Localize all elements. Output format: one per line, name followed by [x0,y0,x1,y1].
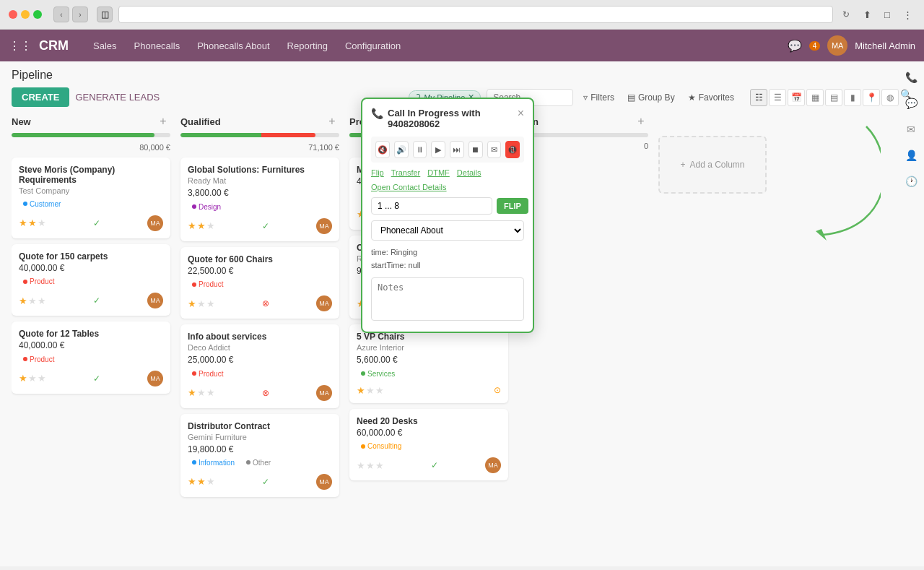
stars[interactable]: ★ ★ ★ [188,476,215,487]
nav-configuration[interactable]: Configuration [338,36,408,56]
address-bar[interactable] [118,6,833,23]
card-quote-12tables[interactable]: Quote for 12 Tables 40,000.00 € Product … [12,321,170,394]
card-subtitle: Deco Addict [188,343,332,352]
apps-grid-icon[interactable]: ⋮⋮ [9,39,32,53]
minimize-window-btn[interactable] [21,10,30,19]
column-new-add-btn[interactable]: + [156,114,170,129]
nav-sales[interactable]: Sales [86,36,124,56]
column-qualified-add-btn[interactable]: + [325,114,339,129]
stars[interactable]: ★ ★ ★ [19,295,46,306]
open-contact-link[interactable]: Open Contact Details [371,183,524,191]
tag-label: Product [199,370,223,378]
notification-badge[interactable]: 4 [809,41,821,51]
user-avatar[interactable]: MA [827,35,847,56]
tag-dot [192,371,196,376]
share-btn[interactable]: ⬆ [859,7,875,22]
phonecall-about-select[interactable]: Phonecall About [371,220,524,241]
flip-input[interactable] [371,197,492,215]
sidebar-user-icon[interactable]: 👤 [901,145,921,165]
card-global-solutions[interactable]: Global Solutions: Furnitures Ready Mat 3… [180,157,339,241]
close-window-btn[interactable] [9,10,17,19]
check-icon: ✓ [93,373,100,384]
fullscreen-window-btn[interactable] [33,10,42,19]
stars[interactable]: ★ ★ ★ [19,373,46,384]
star-3: ★ [206,476,215,487]
groupby-button[interactable]: ▤ Group By [623,90,679,105]
pause-btn[interactable]: ⏸ [413,141,427,158]
voicemail-btn[interactable]: ✉ [487,141,502,158]
card-footer: ★ ★ ★ ⊙ [357,385,501,396]
create-button[interactable]: CREATE [12,87,69,107]
card-subtitle: Azure Interior [357,343,501,352]
list-view-btn[interactable]: ☰ [769,89,786,106]
forward-btn[interactable]: › [72,7,88,22]
star-2: ★ [197,220,206,231]
card-quote-600[interactable]: Quote for 600 Chairs 22,500.00 € Product… [180,247,339,319]
flip-button[interactable]: FLIP [497,198,528,214]
nav-phonecalls-about[interactable]: Phonecalls About [190,36,276,56]
chat-icon[interactable]: 💬 [788,39,802,53]
content-area: Pipeline CREATE GENERATE LEADS ⚳ My Pipe… [0,61,924,566]
forward-btn[interactable]: ⏭ [450,141,464,158]
card-info-services[interactable]: Info about services Deco Addict 25,000.0… [180,324,339,408]
mute-btn[interactable]: 🔇 [375,141,390,158]
sidebar-toggle-btn[interactable]: □ [879,7,895,22]
card-5vp-chairs[interactable]: 5 VP Chairs Azure Interior 5,600.00 € Se… [349,324,508,403]
sidebar-phone-icon[interactable]: 📞 [901,67,921,87]
modal-close-btn[interactable]: × [518,108,524,119]
extensions-btn[interactable]: ⋮ [899,7,915,22]
stars[interactable]: ★ ★ ★ [188,298,215,309]
kanban-view-btn[interactable]: ☷ [750,89,767,106]
nav-phonecalls[interactable]: Phonecalls [127,36,188,56]
column-won-add-btn[interactable]: + [634,114,648,129]
stars[interactable]: ★ ★ ★ [357,460,384,471]
star-1: ★ [188,220,196,231]
graph-view-btn[interactable]: ▤ [825,89,842,106]
reload-btn[interactable]: ↻ [839,7,853,22]
filters-button[interactable]: ▿ Filters [579,90,619,105]
activity-view-btn[interactable]: ◍ [881,89,899,106]
card-steve-moris[interactable]: Steve Moris (Company) Requirements Test … [12,157,170,238]
add-column-button[interactable]: + Add a Column [658,136,767,194]
play-btn[interactable]: ▶ [431,141,445,158]
transfer-tab[interactable]: Transfer [391,168,421,177]
stars[interactable]: ★ ★ ★ [357,385,384,396]
tag-label: Product [199,280,223,288]
card-amount: 40,000.00 € [19,263,163,273]
card-quote-150[interactable]: Quote for 150 carpets 40,000.00 € Produc… [12,244,170,316]
sidebar-history-icon[interactable]: 🕐 [901,171,921,191]
card-distributor[interactable]: Distributor Contract Gemini Furniture 19… [180,414,339,497]
details-tab[interactable]: Details [457,168,481,177]
nav-reporting[interactable]: Reporting [280,36,335,56]
flip-tab[interactable]: Flip [371,168,384,177]
tag-label: Consulting [367,442,401,450]
star-1: ★ [19,217,27,228]
stars[interactable]: ★ ★ ★ [188,220,215,231]
generate-leads-button[interactable]: GENERATE LEADS [75,92,160,103]
back-btn[interactable]: ‹ [53,7,69,22]
pivot-view-btn[interactable]: ▦ [806,89,824,106]
card-subtitle: Gemini Furniture [188,433,332,441]
star-3: ★ [206,387,215,398]
card-tag-other: Other [242,457,275,468]
tag-dot [361,371,365,376]
card-need-20-desks[interactable]: Need 20 Desks 60,000.00 € Consulting ★ ★… [349,409,508,481]
calendar-view-btn[interactable]: 📅 [788,89,805,106]
hangup-btn[interactable]: 📵 [505,141,520,158]
volume-btn[interactable]: 🔊 [394,141,409,158]
dtmf-tab[interactable]: DTMF [427,168,450,177]
tab-view-btn[interactable]: ◫ [97,7,113,22]
column-won: Won + 0 [518,114,648,503]
map-view-btn[interactable]: 📍 [863,89,880,106]
star-3: ★ [38,217,46,228]
bar-view-btn[interactable]: ▮ [844,89,861,106]
stop-btn[interactable]: ⏹ [468,141,483,158]
notes-textarea[interactable] [371,277,524,321]
sidebar-chat-icon[interactable]: 💬 [901,93,921,113]
sidebar-email-icon[interactable]: ✉ [901,119,921,139]
favorites-button[interactable]: ★ Favorites [684,90,738,105]
stars[interactable]: ★ ★ ★ [188,387,215,398]
stars[interactable]: ★ ★ ★ [19,217,46,228]
card-title: Quote for 600 Chairs [188,254,332,264]
traffic-lights [9,10,42,19]
